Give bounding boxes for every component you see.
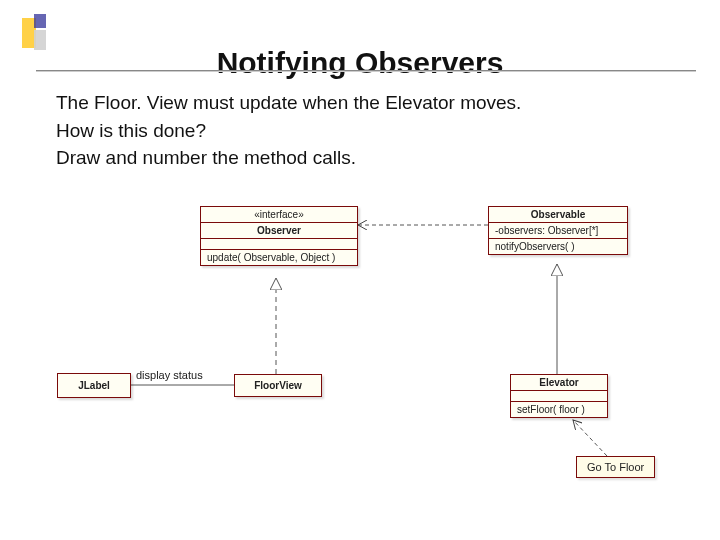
uml-observable: Observable -observers: Observer[*] notif… [488,206,628,255]
uml-observer: «interface» Observer update( Observable,… [200,206,358,266]
observable-op: notifyObservers( ) [489,239,627,254]
elevator-name: Elevator [511,375,607,391]
go-to-floor-button[interactable]: Go To Floor [576,456,655,478]
elevator-op: setFloor( floor ) [511,402,607,417]
observable-name: Observable [489,207,627,223]
slide-title: Notifying Observers [0,46,720,80]
body-line-1: The Floor. View must update when the Ele… [56,90,521,116]
elevator-attrs [511,391,607,402]
svg-line-4 [573,420,607,456]
floorview-name: FloorView [235,375,321,396]
observer-name: Observer [201,223,357,239]
title-rule [36,70,696,72]
body-text: The Floor. View must update when the Ele… [56,90,521,173]
uml-elevator: Elevator setFloor( floor ) [510,374,608,418]
observer-stereotype: «interface» [201,207,357,223]
assoc-label-display-status: display status [136,369,203,381]
uml-jlabel: JLabel [57,373,131,398]
observer-op: update( Observable, Object ) [201,250,357,265]
observer-attrs [201,239,357,250]
uml-floorview: FloorView [234,374,322,397]
body-line-2: How is this done? [56,118,521,144]
body-line-3: Draw and number the method calls. [56,145,521,171]
jlabel-name: JLabel [58,374,130,397]
observable-attr: -observers: Observer[*] [489,223,627,239]
